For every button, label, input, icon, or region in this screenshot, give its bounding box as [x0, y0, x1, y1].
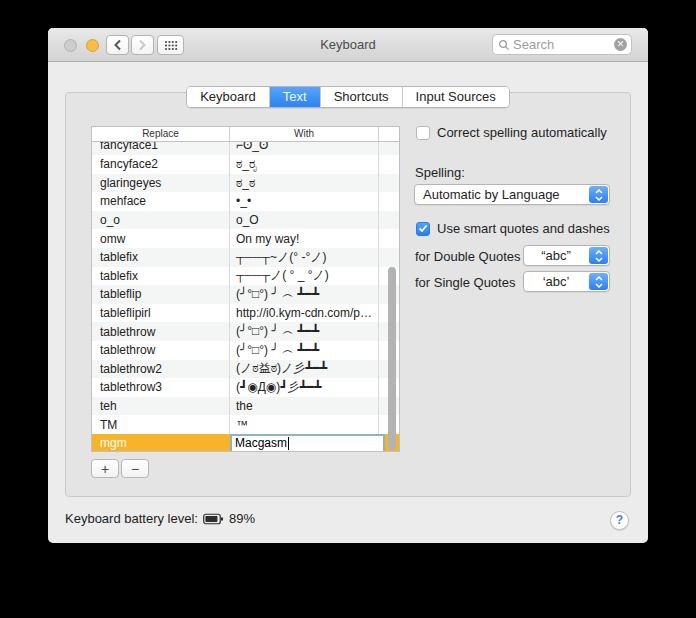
battery-icon [203, 513, 224, 525]
add-replacement-button[interactable]: + [91, 459, 119, 478]
cell-with[interactable]: (╯°□°) ╯ ︵ ┻━┻ [230, 341, 379, 360]
cell-replace[interactable]: fancyface2 [92, 155, 230, 174]
column-header-replace[interactable]: Replace [92, 127, 230, 141]
table-scrollbar[interactable] [388, 267, 396, 450]
cell-end [379, 192, 399, 211]
table-row[interactable]: tableflip (╯°□°) ╯ ︵ ┻━┻ [92, 285, 399, 304]
inline-edit-text: Macgasm [235, 436, 287, 450]
cell-replace[interactable]: tablefix [92, 248, 230, 267]
cell-end [379, 229, 399, 248]
tab-shortcuts[interactable]: Shortcuts [321, 87, 403, 107]
cell-with[interactable]: •_• [230, 192, 379, 211]
table-row[interactable]: tablethrow3 (┛◉Д◉)┛彡┻━┻ [92, 378, 399, 397]
cell-replace[interactable]: mgm [92, 434, 230, 452]
cell-with[interactable]: (ノಠ益ಠ)ノ彡┻━┻ [230, 360, 379, 379]
help-button[interactable]: ? [610, 511, 629, 530]
cell-with[interactable]: (╯°□°) ╯ ︵ ┻━┻ [230, 285, 379, 304]
cell-with[interactable]: ಠ_ಠ [230, 174, 379, 193]
row-edit-buttons: + − [91, 459, 149, 478]
cell-with[interactable]: On my way! [230, 229, 379, 248]
stepper-arrows-icon [589, 247, 608, 264]
inline-edit-field[interactable]: Macgasm [230, 434, 385, 452]
search-input[interactable] [513, 37, 614, 52]
table-row[interactable]: tableflipirl http://i0.kym-cdn.com/p… [92, 304, 399, 323]
cell-with[interactable]: the [230, 397, 379, 416]
table-row[interactable]: tablefix ┬──┬~ノ(° -°ノ) [92, 248, 399, 267]
table-row[interactable]: omw On my way! [92, 229, 399, 248]
cell-with[interactable]: ™ [230, 415, 379, 434]
text-cursor [288, 437, 289, 450]
correct-spelling-checkbox[interactable] [416, 126, 430, 140]
table-row[interactable]: o_o o_O [92, 211, 399, 230]
cell-replace[interactable]: tablethrow2 [92, 360, 230, 379]
cell-with[interactable]: (╯°□°) ╯ ︵ ┻━┻ [230, 322, 379, 341]
column-header-with[interactable]: With [230, 127, 379, 141]
tab-keyboard[interactable]: Keyboard [187, 87, 270, 107]
cell-end [379, 211, 399, 230]
double-quotes-label: for Double Quotes [415, 249, 521, 264]
cell-replace[interactable]: tableflipirl [92, 304, 230, 323]
cell-end [379, 174, 399, 193]
cell-with[interactable]: ┬──┬~ノ(° -°ノ) [230, 248, 379, 267]
double-quotes-value: “abc” [524, 248, 588, 263]
cell-replace[interactable]: tablethrow [92, 341, 230, 360]
table-row[interactable]: glaringeyes ಠ_ಠ [92, 174, 399, 193]
spelling-dropdown[interactable]: Automatic by Language [414, 184, 610, 205]
cell-replace[interactable]: o_o [92, 211, 230, 230]
cell-with[interactable]: o_O [230, 211, 379, 230]
cell-replace[interactable]: fancyface1 [92, 142, 230, 155]
cell-replace[interactable]: tableflip [92, 285, 230, 304]
cell-replace[interactable]: tablethrow3 [92, 378, 230, 397]
table-row[interactable]: fancyface1 ⌐ʘ_ʘ [92, 142, 399, 155]
cell-with[interactable]: ┬──┬ノ( ° _ °ノ) [230, 267, 379, 286]
cell-replace[interactable]: omw [92, 229, 230, 248]
text-replacements-table: Replace With fancyface1 ⌐ʘ_ʘ fancyface2 … [91, 126, 400, 452]
double-quotes-dropdown[interactable]: “abc” [523, 245, 610, 266]
table-body: fancyface1 ⌐ʘ_ʘ fancyface2 ಠ_ರೃ glaringe… [92, 142, 399, 452]
search-icon [498, 39, 510, 51]
cell-end [379, 142, 399, 155]
battery-status: Keyboard battery level: 89% [65, 511, 255, 526]
clear-search-icon[interactable]: ✕ [614, 38, 627, 51]
spelling-label: Spelling: [415, 165, 465, 180]
table-header: Replace With [92, 127, 399, 142]
table-row[interactable]: tablethrow (╯°□°) ╯ ︵ ┻━┻ [92, 322, 399, 341]
stepper-arrows-icon [589, 186, 608, 203]
table-row[interactable]: TM ™ [92, 415, 399, 434]
single-quotes-dropdown[interactable]: ‘abc’ [523, 271, 610, 292]
table-row[interactable]: tablefix ┬──┬ノ( ° _ °ノ) [92, 267, 399, 286]
cell-replace[interactable]: TM [92, 415, 230, 434]
cell-replace[interactable]: mehface [92, 192, 230, 211]
spelling-dropdown-value: Automatic by Language [415, 187, 588, 202]
search-field[interactable]: ✕ [492, 34, 632, 55]
cell-replace[interactable]: glaringeyes [92, 174, 230, 193]
tab-segmented-control: Keyboard Text Shortcuts Input Sources [186, 86, 510, 108]
table-row[interactable]: tablethrow (╯°□°) ╯ ︵ ┻━┻ [92, 341, 399, 360]
cell-replace[interactable]: teh [92, 397, 230, 416]
table-row[interactable]: mgm Macgasm [92, 434, 399, 452]
cell-with[interactable]: ಠ_ರೃ [230, 155, 379, 174]
cell-end [379, 248, 399, 267]
cell-replace[interactable]: tablefix [92, 267, 230, 286]
tab-text[interactable]: Text [270, 87, 321, 107]
single-quotes-value: ‘abc’ [524, 274, 588, 289]
cell-with[interactable]: http://i0.kym-cdn.com/p… [230, 304, 379, 323]
table-row[interactable]: mehface •_• [92, 192, 399, 211]
cell-replace[interactable]: tablethrow [92, 322, 230, 341]
smart-quotes-checkbox[interactable] [416, 222, 430, 236]
cell-with[interactable]: (┛◉Д◉)┛彡┻━┻ [230, 378, 379, 397]
table-row[interactable]: fancyface2 ಠ_ರೃ [92, 155, 399, 174]
battery-percent: 89% [229, 511, 255, 526]
battery-label: Keyboard battery level: [65, 511, 198, 526]
table-row[interactable]: tablethrow2 (ノಠ益ಠ)ノ彡┻━┻ [92, 360, 399, 379]
content-panel: Replace With fancyface1 ⌐ʘ_ʘ fancyface2 … [65, 92, 631, 497]
tab-bar: Keyboard Text Shortcuts Input Sources [48, 86, 648, 108]
single-quotes-label: for Single Quotes [415, 275, 515, 290]
remove-replacement-button[interactable]: − [121, 459, 149, 478]
tab-input-sources[interactable]: Input Sources [403, 87, 509, 107]
cell-with[interactable]: ⌐ʘ_ʘ [230, 142, 379, 155]
keyboard-preferences-window: Keyboard ✕ Replace With fancyface1 ⌐ʘ_ʘ [48, 28, 648, 543]
smart-quotes-row: Use smart quotes and dashes [416, 221, 610, 236]
correct-spelling-label: Correct spelling automatically [437, 125, 607, 140]
table-row[interactable]: teh the [92, 397, 399, 416]
